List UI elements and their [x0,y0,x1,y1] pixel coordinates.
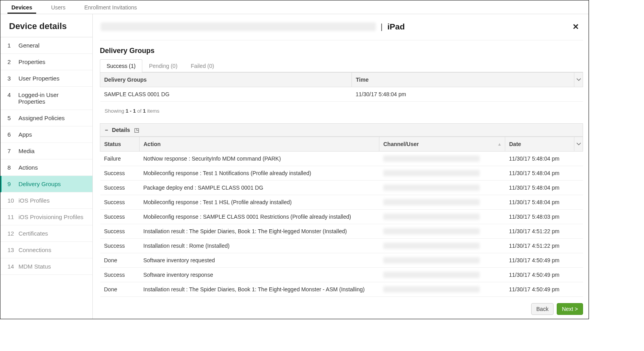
cell-action: Package deploy end : SAMPLE CLASS 0001 D… [140,181,379,195]
table-row[interactable]: Done Installation result : The Spider Di… [100,282,583,297]
col-expander-details[interactable] [574,137,583,152]
col-time[interactable]: Time [352,73,574,87]
cell-channel-user [379,166,505,181]
cell-status: Success [100,210,140,224]
sidebar-item-num: 4 [7,91,15,98]
sidebar-item-assigned-policies[interactable]: 5 Assigned Policies [0,110,92,126]
col-expander[interactable] [574,73,583,87]
collapse-icon[interactable]: – [105,127,108,133]
cell-date: 11/30/17 4:50:49 pm [505,282,574,297]
table-row[interactable]: Failure NotNow response : SecurityInfo M… [100,152,583,166]
cell-date: 11/30/17 4:51:22 pm [505,224,574,239]
tab-users[interactable]: Users [47,1,70,14]
sidebar-item-delivery-groups[interactable]: 9 Delivery Groups [0,176,92,192]
sidebar-item-ios-provisioning-profiles[interactable]: 11 iOS Provisioning Profiles [0,209,92,225]
cell-channel-user [379,152,505,166]
table-row[interactable]: Success Installation result : Rome (Inst… [100,239,583,253]
sidebar-item-media[interactable]: 7 Media [0,143,92,159]
sidebar-item-logged-in-user-properties[interactable]: 4 Logged-in User Properties [0,87,92,110]
table-row[interactable]: Success Software inventory response 11/3… [100,268,583,282]
cell-date: 11/30/17 4:51:22 pm [505,239,574,253]
pin-icon[interactable]: ◳ [134,127,139,133]
cell-status: Done [100,253,140,268]
sidebar-item-label: Media [18,148,35,154]
cell-date: 11/30/17 5:48:04 pm [505,195,574,210]
device-name: iPad [387,22,405,31]
col-status[interactable]: Status [100,137,140,152]
sidebar-item-label: Assigned Policies [18,115,65,121]
col-action[interactable]: Action [140,137,379,152]
col-channel-user[interactable]: Channel/User ▲ [379,137,505,152]
cell-date: 11/30/17 4:50:49 pm [505,253,574,268]
paging-info: Showing 1 - 1 of 1 items [100,102,583,121]
cell-time: 11/30/17 5:48:04 pm [352,87,574,102]
sidebar-item-label: MDM Status [18,263,51,270]
cell-channel-user [379,268,505,282]
table-row[interactable]: Success Mobileconfig response : SAMPLE C… [100,210,583,224]
device-owner-redacted [101,22,376,31]
cell-action: Installation result : The Spider Diaries… [140,282,379,297]
sidebar-item-properties[interactable]: 2 Properties [0,54,92,70]
cell-status: Success [100,268,140,282]
tab-success[interactable]: Success (1) [100,59,142,72]
tab-failed[interactable]: Failed (0) [184,59,221,72]
back-button[interactable]: Back [531,303,554,315]
sidebar-item-certificates[interactable]: 12 Certificates [0,225,92,242]
cell-action: Mobileconfig response : Test 1 HSL (Prof… [140,195,379,210]
cell-date: 11/30/17 5:48:04 pm [505,181,574,195]
cell-action: Mobileconfig response : SAMPLE CLASS 000… [140,210,379,224]
sidebar-item-label: Properties [18,58,45,65]
sidebar-item-label: Delivery Groups [18,181,61,187]
table-row[interactable]: Success Mobileconfig response : Test 1 H… [100,195,583,210]
sidebar-item-num: 14 [7,263,15,270]
details-header[interactable]: – Details ◳ [100,123,583,137]
cell-status: Success [100,166,140,181]
cell-status: Failure [100,152,140,166]
table-row[interactable]: Success Installation result : The Spider… [100,224,583,239]
cell-channel-user [379,181,505,195]
tab-devices[interactable]: Devices [7,1,36,14]
cell-date: 11/30/17 5:48:04 pm [505,152,574,166]
sidebar-item-user-properties[interactable]: 3 User Properties [0,70,92,87]
sidebar-item-connections[interactable]: 13 Connections [0,242,92,258]
close-icon[interactable]: ✕ [572,22,579,31]
table-row[interactable]: Success Package deploy end : SAMPLE CLAS… [100,181,583,195]
sidebar-item-label: Connections [18,247,51,253]
table-row[interactable]: Done Software inventory requested 11/30/… [100,253,583,268]
sidebar-item-label: User Properties [18,75,59,82]
cell-date: 11/30/17 5:48:04 pm [505,166,574,181]
cell-channel-user [379,224,505,239]
sidebar-item-num: 5 [7,115,15,121]
sidebar-item-num: 2 [7,58,15,65]
col-delivery-groups[interactable]: Delivery Groups [100,73,352,87]
cell-action: Software inventory response [140,268,379,282]
details-title: Details [112,127,130,133]
col-date[interactable]: Date [505,137,574,152]
next-button[interactable]: Next > [557,303,583,315]
sidebar-item-label: Certificates [18,230,48,237]
cell-action: Installation result : Rome (Installed) [140,239,379,253]
tab-pending[interactable]: Pending (0) [142,59,184,72]
sidebar-item-actions[interactable]: 8 Actions [0,159,92,176]
sidebar-item-label: iOS Provisioning Profiles [18,214,83,220]
sidebar-item-num: 8 [7,164,15,171]
table-row[interactable]: SAMPLE CLASS 0001 DG 11/30/17 5:48:04 pm [100,87,583,102]
delivery-status-tabs: Success (1) Pending (0) Failed (0) [100,59,583,72]
sidebar-item-label: Apps [18,131,32,138]
sidebar-item-general[interactable]: 1 General [0,37,92,54]
cell-status: Success [100,224,140,239]
cell-channel-user [379,253,505,268]
sidebar-item-mdm-status[interactable]: 14 MDM Status [0,258,92,275]
header-separator: | [381,22,383,31]
sidebar-item-ios-profiles[interactable]: 10 iOS Profiles [0,192,92,209]
cell-status: Done [100,282,140,297]
table-row[interactable]: Success Mobileconfig response : Test 1 N… [100,166,583,181]
sidebar-item-apps[interactable]: 6 Apps [0,126,92,143]
cell-status: Success [100,181,140,195]
cell-group: SAMPLE CLASS 0001 DG [100,87,352,102]
cell-status: Success [100,239,140,253]
cell-channel-user [379,210,505,224]
sidebar-item-label: General [18,42,39,49]
tab-enrollment-invitations[interactable]: Enrollment Invitations [81,1,141,14]
sidebar-item-label: Logged-in User Properties [18,91,85,105]
